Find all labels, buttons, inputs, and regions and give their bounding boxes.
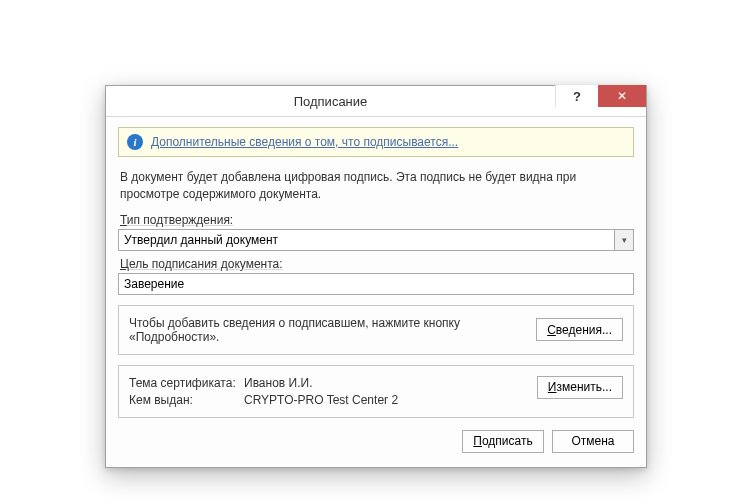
help-button[interactable]: ? xyxy=(555,85,598,107)
cert-issuer-value: CRYPTO-PRO Test Center 2 xyxy=(244,393,527,407)
cert-subject-label: Тема сертификата: xyxy=(129,376,244,390)
help-icon: ? xyxy=(573,89,581,104)
more-info-link[interactable]: Дополнительные сведения о том, что подпи… xyxy=(151,135,458,149)
sign-button[interactable]: Подписать xyxy=(462,430,544,453)
titlebar-controls: ? ✕ xyxy=(555,86,646,116)
certificate-panel: Тема сертификата: Иванов И.И. Кем выдан:… xyxy=(118,365,634,418)
dialog-body: i Дополнительные сведения о том, что под… xyxy=(106,117,646,467)
certificate-actions: Изменить... xyxy=(537,376,623,407)
close-icon: ✕ xyxy=(617,89,627,103)
close-button[interactable]: ✕ xyxy=(598,85,646,107)
sign-dialog: Подписание ? ✕ i Дополнительные сведения… xyxy=(105,85,647,468)
dialog-title: Подписание xyxy=(106,94,555,109)
confirm-type-value[interactable] xyxy=(118,229,634,251)
dialog-footer: Подписать Отмена xyxy=(118,418,634,455)
details-button[interactable]: Сведения... xyxy=(536,318,623,341)
certificate-grid: Тема сертификата: Иванов И.И. Кем выдан:… xyxy=(129,376,527,407)
confirm-type-label: Тип подтверждения: xyxy=(120,213,632,227)
purpose-input[interactable] xyxy=(118,273,634,295)
cert-issuer-label: Кем выдан: xyxy=(129,393,244,407)
titlebar: Подписание ? ✕ xyxy=(106,86,646,117)
chevron-down-icon[interactable]: ▾ xyxy=(614,230,633,250)
info-banner: i Дополнительные сведения о том, что под… xyxy=(118,127,634,157)
cert-subject-value: Иванов И.И. xyxy=(244,376,527,390)
cancel-button[interactable]: Отмена xyxy=(552,430,634,453)
change-cert-button[interactable]: Изменить... xyxy=(537,376,623,399)
info-icon: i xyxy=(127,134,143,150)
confirm-type-combo[interactable]: ▾ xyxy=(118,229,634,251)
details-panel: Чтобы добавить сведения о подписавшем, н… xyxy=(118,305,634,355)
description-text: В документ будет добавлена цифровая подп… xyxy=(120,169,632,203)
details-panel-text: Чтобы добавить сведения о подписавшем, н… xyxy=(129,316,526,344)
purpose-label: Цель подписания документа: xyxy=(120,257,632,271)
